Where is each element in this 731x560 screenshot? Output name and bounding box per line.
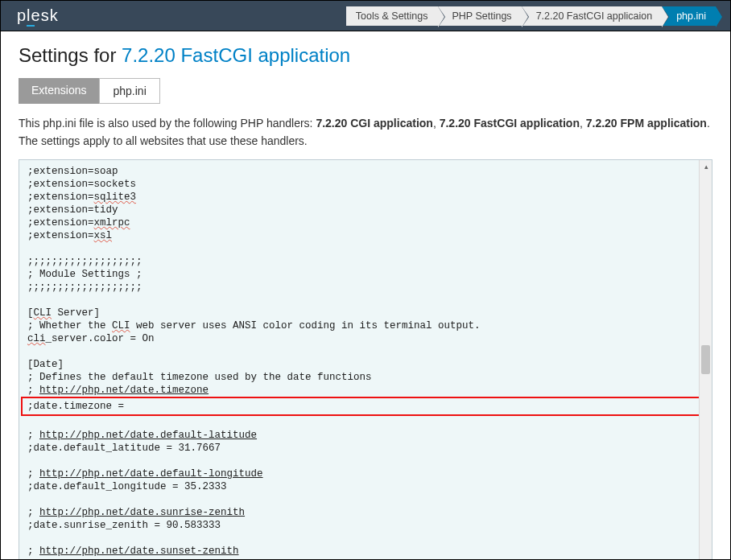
editor-line	[27, 294, 704, 307]
scrollbar-thumb[interactable]	[701, 345, 710, 374]
logo: plesk	[17, 6, 59, 25]
editor-container: ;extension=soap;extension=sockets;extens…	[19, 159, 712, 560]
editor-line: ; http://php.net/date.sunset-zenith	[27, 545, 704, 558]
tab-phpini[interactable]: php.ini	[99, 78, 159, 104]
scroll-down-icon[interactable]: ▾	[700, 555, 712, 560]
editor-line: ;date.default_latitude = 31.7667	[27, 442, 704, 455]
crumb-phpini[interactable]: php.ini	[662, 6, 716, 26]
tab-extensions[interactable]: Extensions	[19, 78, 99, 104]
title-highlight: 7.2.20 FastCGI application	[122, 44, 350, 66]
editor-line: ;extension=soap	[27, 165, 704, 178]
crumb-tools-settings[interactable]: Tools & Settings	[346, 6, 438, 26]
editor-line: ;extension=xmlrpc	[27, 216, 704, 229]
crumb-fastcgi[interactable]: 7.2.20 FastCGI applicaion	[522, 6, 663, 26]
scrollbar-track[interactable]: ▴ ▾	[699, 160, 712, 560]
editor-line: ;date.default_longitude = 35.2333	[27, 480, 704, 493]
editor-line: [CLI Server]	[27, 307, 704, 319]
editor-line: ; http://php.net/date.default-latitude	[27, 429, 704, 442]
editor-line: ; http://php.net/date.default-longitude	[27, 467, 704, 480]
editor-line	[27, 345, 704, 358]
editor-line	[27, 242, 704, 255]
editor-line: ; Whether the CLI web server uses ANSI c…	[27, 319, 704, 332]
editor-line: ;extension=xsl	[27, 229, 704, 242]
top-bar: plesk Tools & Settings PHP Settings 7.2.…	[1, 1, 730, 31]
editor-line: ; http://php.net/date.sunrise-zenith	[27, 506, 704, 519]
editor-line: ;extension=sockets	[27, 178, 704, 191]
tabs: Extensions php.ini	[19, 78, 712, 104]
editor-line: ;extension=sqlite3	[27, 191, 704, 204]
phpini-editor[interactable]: ;extension=soap;extension=sockets;extens…	[19, 160, 712, 560]
editor-line	[27, 532, 704, 545]
editor-line	[27, 455, 704, 467]
breadcrumb: Tools & Settings PHP Settings 7.2.20 Fas…	[346, 6, 716, 26]
main-content: Settings for 7.2.20 FastCGI application …	[1, 31, 730, 560]
scroll-up-icon[interactable]: ▴	[700, 161, 712, 172]
editor-line: ; Module Settings ;	[27, 268, 704, 281]
editor-line: [Date]	[27, 358, 704, 371]
editor-line: ;date.sunrise_zenith = 90.583333	[27, 519, 704, 532]
editor-line: ; http://php.net/date.timezone	[27, 384, 704, 397]
editor-line: ; Defines the default timezone used by t…	[27, 371, 704, 384]
editor-line: ;date.timezone =	[27, 400, 702, 413]
editor-line	[27, 493, 704, 506]
editor-line	[27, 416, 704, 429]
page-title: Settings for 7.2.20 FastCGI application	[19, 44, 712, 67]
handlers-note: This php.ini file is also used by the fo…	[19, 115, 712, 150]
highlighted-line-box: ;date.timezone =	[21, 397, 708, 416]
crumb-php-settings[interactable]: PHP Settings	[438, 6, 522, 26]
editor-line: cli_server.color = On	[27, 332, 704, 345]
editor-line: ;extension=tidy	[27, 204, 704, 216]
editor-line: ;;;;;;;;;;;;;;;;;;;	[27, 281, 704, 294]
editor-line: ;;;;;;;;;;;;;;;;;;;	[27, 255, 704, 268]
